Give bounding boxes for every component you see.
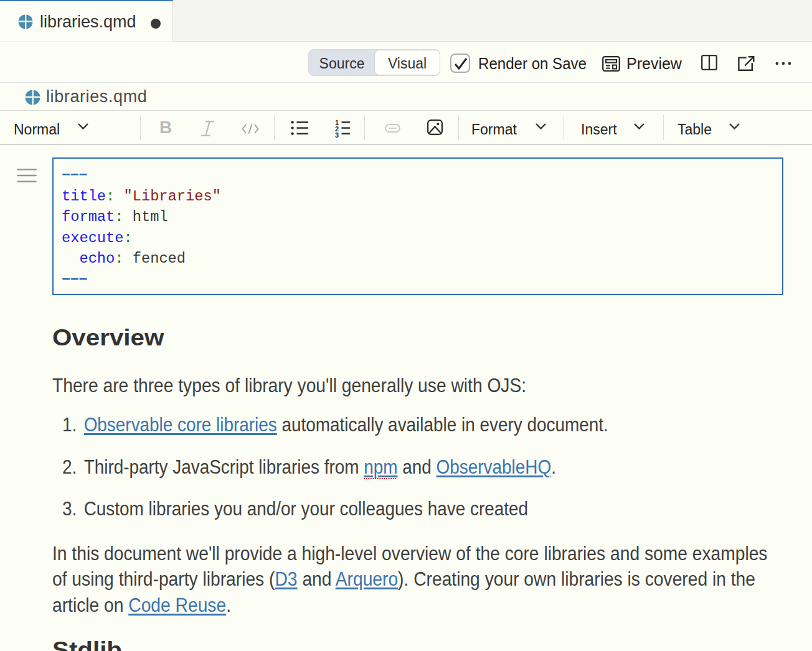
svg-text:3: 3 — [335, 131, 339, 138]
